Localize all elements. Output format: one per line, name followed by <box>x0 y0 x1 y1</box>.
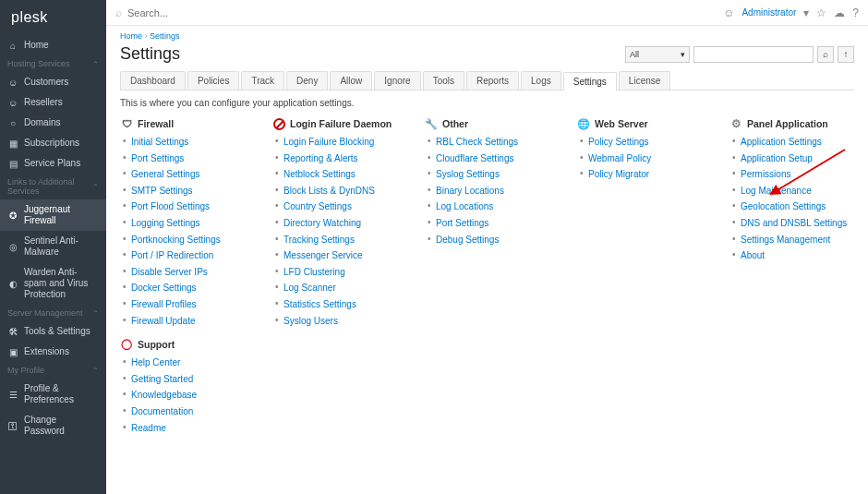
firewall-link[interactable]: Initial Settings <box>131 137 188 147</box>
tab-dashboard[interactable]: Dashboard <box>120 71 186 90</box>
chevron-down-icon[interactable]: ▾ <box>803 6 809 19</box>
other-link[interactable]: RBL Check Settings <box>436 137 518 147</box>
search-input[interactable] <box>127 3 358 23</box>
nav-juggernaut[interactable]: ✪Juggernaut Firewall <box>0 199 106 231</box>
tab-settings[interactable]: Settings <box>563 72 617 90</box>
tab-policies[interactable]: Policies <box>187 71 239 90</box>
firewall-link[interactable]: Firewall Profiles <box>131 299 197 309</box>
panel-link[interactable]: Permissions <box>741 169 790 179</box>
profile-icon: ☰ <box>7 390 18 400</box>
sidebar: plesk ⌂Home Hosting Services⌃ ☺Customers… <box>0 0 106 494</box>
nav-service-plans[interactable]: ▤Service Plans <box>0 153 106 174</box>
tab-track[interactable]: Track <box>241 71 284 90</box>
tab-allow[interactable]: Allow <box>330 71 372 90</box>
firewall-link[interactable]: Port Flood Settings <box>131 201 210 211</box>
tab-logs[interactable]: Logs <box>521 71 561 90</box>
nav-section-links[interactable]: Links to Additional Services⌃ <box>0 174 106 199</box>
list-item: Port Flood Settings <box>120 199 245 215</box>
nav-profile-prefs[interactable]: ☰Profile & Preferences <box>0 379 106 410</box>
list-item: Syslog Settings <box>425 166 549 183</box>
list-item: Policy Migrator <box>577 166 702 183</box>
cloud-icon[interactable]: ☁ <box>834 6 845 19</box>
nav-section-hosting[interactable]: Hosting Services⌃ <box>0 55 106 72</box>
panel-link[interactable]: Application Setup <box>741 153 813 163</box>
nav-section-profile[interactable]: My Profile⌃ <box>0 362 106 379</box>
firewall-link[interactable]: Port Settings <box>131 153 184 163</box>
web-link[interactable]: Policy Migrator <box>588 169 649 179</box>
admin-link[interactable]: Administrator <box>741 7 796 18</box>
notification-icon[interactable]: ☆ <box>816 6 826 19</box>
breadcrumb-home[interactable]: Home <box>120 31 142 41</box>
nav-subscriptions[interactable]: ▦Subscriptions <box>0 133 106 153</box>
chevron-down-icon: ▾ <box>681 50 685 59</box>
firewall-link[interactable]: Portknocking Settings <box>131 235 221 245</box>
list-item: RBL Check Settings <box>425 134 549 151</box>
login-link[interactable]: Log Scanner <box>283 283 336 293</box>
nav-tools[interactable]: 🛠Tools & Settings <box>0 321 106 342</box>
nav-warden[interactable]: ◐Warden Anti-spam and Virus Protection <box>0 262 106 305</box>
firewall-link[interactable]: SMTP Settings <box>131 186 193 196</box>
login-link[interactable]: LFD Clustering <box>283 267 345 277</box>
tab-ignore[interactable]: Ignore <box>374 71 420 90</box>
login-link[interactable]: Statistics Settings <box>283 299 356 309</box>
filter-input[interactable] <box>693 46 814 63</box>
firewall-link[interactable]: General Settings <box>131 169 200 179</box>
web-link[interactable]: Webmail Policy <box>588 153 651 163</box>
search-icon: ◎ <box>7 242 18 252</box>
nav-customers[interactable]: ☺Customers <box>0 72 106 92</box>
firewall-link[interactable]: Disable Server IPs <box>131 267 208 277</box>
filter-select[interactable]: All▾ <box>625 46 690 63</box>
panel-link[interactable]: Log Maintenance <box>741 186 812 196</box>
login-link[interactable]: Messenger Service <box>283 250 363 260</box>
panel-link[interactable]: Geolocation Settings <box>741 201 826 211</box>
firewall-link[interactable]: Docker Settings <box>131 283 197 293</box>
other-link[interactable]: Debug Settings <box>436 235 499 245</box>
topbar-right: ☺ Administrator ▾ ☆ ☁ ? <box>723 6 859 19</box>
login-link[interactable]: Reporting & Alerts <box>283 153 358 163</box>
firewall-link[interactable]: Logging Settings <box>131 218 200 228</box>
firewall-link[interactable]: Port / IP Redirection <box>131 250 213 260</box>
nav-extensions[interactable]: ▣Extensions <box>0 342 106 362</box>
login-link[interactable]: Login Failure Blocking <box>283 137 374 147</box>
login-link[interactable]: Syslog Users <box>283 316 338 326</box>
help-icon[interactable]: ? <box>852 6 859 19</box>
panel-link[interactable]: Application Settings <box>741 137 822 147</box>
panel-link[interactable]: About <box>741 250 765 260</box>
tab-reports[interactable]: Reports <box>466 71 519 90</box>
other-link[interactable]: Cloudflare Settings <box>436 153 514 163</box>
login-link[interactable]: Block Lists & DynDNS <box>283 186 375 196</box>
panel-link[interactable]: DNS and DNSBL Settings <box>741 218 847 228</box>
list-item: Log Maintenance <box>729 183 854 199</box>
nav-change-password[interactable]: ⚿Change Password <box>0 410 106 441</box>
nav-resellers[interactable]: ☺Resellers <box>0 92 106 113</box>
login-link[interactable]: Tracking Settings <box>283 235 355 245</box>
other-link[interactable]: Syslog Settings <box>436 169 500 179</box>
search-button[interactable]: ⌕ <box>817 46 834 63</box>
nav-sentinel[interactable]: ◎Sentinel Anti-Malware <box>0 231 106 262</box>
login-link[interactable]: Netblock Settings <box>283 169 356 179</box>
sort-button[interactable]: ↑ <box>838 46 854 63</box>
tab-deny[interactable]: Deny <box>286 71 328 90</box>
tab-license[interactable]: License <box>619 71 670 90</box>
support-link[interactable]: Getting Started <box>131 374 193 384</box>
other-link[interactable]: Port Settings <box>436 218 488 228</box>
web-link[interactable]: Policy Settings <box>588 137 649 147</box>
other-link[interactable]: Binary Locations <box>436 186 504 196</box>
panel-link[interactable]: Settings Management <box>741 235 830 245</box>
nav-domains[interactable]: ○Domains <box>0 113 106 133</box>
firewall-link[interactable]: Firewall Update <box>131 316 195 326</box>
support-link[interactable]: Help Center <box>131 357 180 367</box>
support-link[interactable]: Readme <box>131 423 166 433</box>
support-link[interactable]: Knowledgebase <box>131 390 197 400</box>
nav-home[interactable]: ⌂Home <box>0 35 106 55</box>
nav-section-server[interactable]: Server Management⌃ <box>0 305 106 321</box>
col-head-firewall: Firewall <box>120 117 245 130</box>
support-link[interactable]: Documentation <box>131 406 193 416</box>
breadcrumb-current[interactable]: Settings <box>150 31 180 41</box>
login-link[interactable]: Country Settings <box>283 201 352 211</box>
col-head-panel: Panel Application <box>729 117 854 130</box>
tab-tools[interactable]: Tools <box>423 71 464 90</box>
filter-icon: ◐ <box>7 279 18 289</box>
login-link[interactable]: Directory Watching <box>283 218 361 228</box>
other-link[interactable]: Log Locations <box>436 201 493 211</box>
